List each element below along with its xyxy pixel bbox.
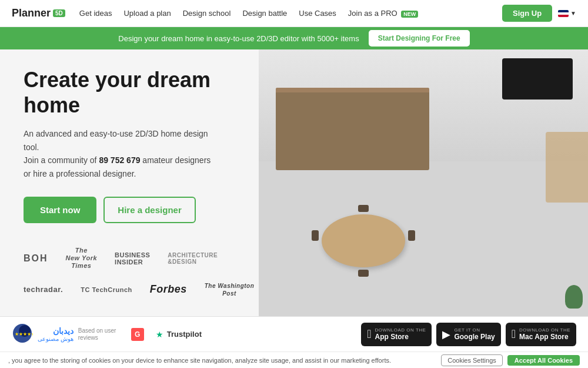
chair bbox=[312, 230, 319, 241]
press-logo-techradar: techradar. bbox=[24, 285, 63, 294]
google-play-text: GET IT ON Google Play bbox=[454, 327, 495, 341]
app-store-sub: Download on the bbox=[375, 327, 426, 333]
promo-text: Design your dream home in easy-to-use 2D… bbox=[118, 34, 359, 43]
start-now-button[interactable]: Start now bbox=[24, 197, 96, 223]
nav-design-battle[interactable]: Design battle bbox=[242, 9, 287, 18]
hero-buttons: Start now Hire a designer bbox=[24, 197, 265, 223]
app-store-main: App Store bbox=[375, 333, 426, 341]
g2-logo: G bbox=[131, 328, 144, 341]
chair bbox=[358, 205, 369, 212]
nav-upload-plan[interactable]: Upload a plan bbox=[123, 9, 171, 18]
tv-element bbox=[502, 58, 573, 100]
press-logo-business-insider: BUSINESSINSIDER bbox=[115, 251, 150, 266]
press-logo-nyt: TheNew YorkTimes bbox=[66, 247, 98, 270]
plant-element bbox=[565, 285, 583, 309]
community-count: 89 752 679 bbox=[99, 155, 140, 165]
room-visual bbox=[259, 49, 588, 316]
press-logo-architecture: ARCHITECTURE&DESIGN bbox=[168, 252, 218, 265]
signup-button[interactable]: Sign Up bbox=[502, 5, 552, 22]
mac-apple-icon:  bbox=[512, 327, 516, 341]
nav-get-ideas[interactable]: Get ideas bbox=[79, 9, 112, 18]
nav-links: Get ideas Upload a plan Design school De… bbox=[79, 9, 502, 18]
chair bbox=[358, 270, 369, 277]
content-area: Create your dream home An advanced and e… bbox=[0, 49, 588, 316]
promo-banner: Design your dream home in easy-to-use 2D… bbox=[0, 27, 588, 49]
nav-design-school[interactable]: Design school bbox=[183, 9, 231, 18]
apple-icon:  bbox=[367, 327, 371, 341]
gplay-sub: GET IT ON bbox=[454, 327, 495, 333]
svg-text:★★★★★: ★★★★★ bbox=[15, 331, 33, 337]
cookie-settings-button[interactable]: Cookies Settings bbox=[441, 354, 503, 366]
google-play-badge[interactable]: ▶ GET IT ON Google Play bbox=[436, 323, 500, 346]
trustpilot-area: ★ Trustpilot bbox=[156, 330, 202, 339]
based-on-reviews: Based on user reviews bbox=[78, 327, 119, 342]
kitchen-counter bbox=[276, 88, 429, 170]
arabic-moon-icon: ★★★★★ bbox=[12, 323, 33, 346]
app-store-text: Download on the App Store bbox=[375, 327, 426, 341]
press-logos: BOH TheNew YorkTimes BUSINESSINSIDER ARC… bbox=[24, 247, 265, 297]
mac-store-main: Mac App Store bbox=[519, 333, 570, 341]
sofa-element bbox=[546, 132, 588, 203]
trustpilot-star: ★ bbox=[156, 330, 163, 339]
press-logo-techcrunch: TC TechCrunch bbox=[81, 286, 132, 293]
mac-app-store-badge[interactable]:  Download on the Mac App Store bbox=[506, 323, 576, 346]
logo-text: Planner bbox=[12, 7, 51, 19]
start-designing-button[interactable]: Start Designing For Free bbox=[369, 30, 470, 47]
app-store-badge[interactable]:  Download on the App Store bbox=[361, 323, 432, 346]
press-logo-wapo: The WashingtonPost bbox=[205, 282, 255, 297]
press-logo-forbes: Forbes bbox=[150, 283, 187, 296]
hire-designer-button[interactable]: Hire a designer bbox=[103, 197, 195, 223]
arabic-logo-area: ★★★★★ دیدبان هوش مصنوعی Based on user re… bbox=[12, 323, 119, 346]
mac-store-sub: Download on the bbox=[519, 327, 570, 333]
dining-area bbox=[310, 205, 429, 294]
dining-table bbox=[322, 214, 405, 267]
kitchen-top bbox=[276, 88, 429, 92]
store-badges:  Download on the App Store ▶ GET IT ON … bbox=[361, 323, 576, 346]
chevron-down-icon: ▼ bbox=[570, 10, 576, 16]
g2-badge: G bbox=[131, 328, 144, 341]
hero-description: An advanced and easy-to-use 2D/3D home d… bbox=[24, 127, 212, 180]
hero-title: Create your dream home bbox=[24, 67, 265, 118]
logo-badge: 5D bbox=[53, 9, 65, 17]
footer-bar: ★★★★★ دیدبان هوش مصنوعی Based on user re… bbox=[0, 316, 588, 352]
accept-cookies-button[interactable]: Accept All Cookies bbox=[507, 355, 580, 366]
cookie-text: , you agree to the storing of cookies on… bbox=[8, 357, 441, 364]
language-selector[interactable]: ▼ bbox=[558, 10, 576, 17]
press-logo-boh: BOH bbox=[24, 253, 48, 264]
arabic-sub-text: هوش مصنوعی bbox=[38, 336, 74, 342]
play-icon: ▶ bbox=[442, 328, 450, 341]
gplay-main: Google Play bbox=[454, 333, 495, 341]
cookie-bar: , you agree to the storing of cookies on… bbox=[0, 352, 588, 368]
navbar: Planner 5D Get ideas Upload a plan Desig… bbox=[0, 0, 588, 27]
trustpilot-label: Trustpilot bbox=[167, 330, 202, 339]
chair bbox=[408, 230, 415, 241]
flag-icon bbox=[558, 10, 569, 17]
logo[interactable]: Planner 5D bbox=[12, 7, 65, 19]
new-badge: NEW bbox=[401, 11, 418, 18]
mac-store-text: Download on the Mac App Store bbox=[519, 327, 570, 341]
nav-use-cases[interactable]: Use Cases bbox=[299, 9, 336, 18]
nav-right: Sign Up ▼ bbox=[502, 5, 576, 22]
left-panel: Create your dream home An advanced and e… bbox=[0, 49, 282, 309]
arabic-brand-text: دیدبان bbox=[38, 326, 74, 336]
nav-join-pro[interactable]: Join as a PRO NEW bbox=[348, 9, 418, 18]
